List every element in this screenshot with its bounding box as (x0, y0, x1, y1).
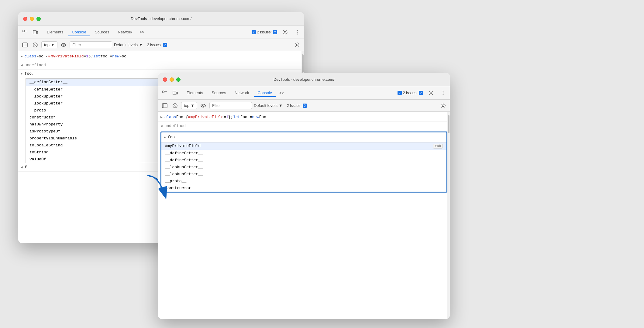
settings-icon-2[interactable] (427, 89, 435, 97)
console-area-2: ▶ class Foo { #myPrivateField = 1 }; let… (158, 112, 450, 319)
svg-rect-2 (33, 30, 36, 34)
toolbar-1: top ▼ Default levels ▼ 2 Issues: 2 (18, 39, 304, 51)
maximize-button-2[interactable] (176, 77, 181, 82)
clear-icon-2[interactable] (171, 101, 179, 110)
autocomplete-item-2-4[interactable]: __lookupGetter__ (161, 164, 446, 171)
device-tool-1[interactable] (31, 28, 40, 36)
more-menu-icon-1[interactable] (293, 28, 301, 36)
autocomplete-item-2-3[interactable]: __defineSetter__ (161, 157, 446, 164)
svg-point-13 (296, 44, 298, 46)
console-content-2: ▶ class Foo { #myPrivateField = 1 }; let… (158, 112, 450, 319)
console-settings-2[interactable] (439, 101, 447, 110)
issues-label-2: 2 Issues: (403, 91, 418, 95)
devtools-window-2: DevTools - developer.chrome.com/ (158, 73, 450, 319)
more-tabs-1[interactable]: >> (137, 28, 146, 36)
autocomplete-2: #myPrivateField tab __defineGetter__ __d… (161, 142, 446, 192)
issues-icon-2: 2 (398, 91, 402, 95)
svg-point-21 (443, 92, 444, 93)
more-menu-icon-2[interactable] (439, 89, 447, 97)
filter-input-2[interactable] (209, 102, 252, 109)
tab-elements-2[interactable]: Elements (183, 89, 207, 97)
toolbar-issues-label-2: 2 Issues: (287, 104, 301, 108)
default-levels-1[interactable]: Default levels ▼ (114, 43, 143, 47)
tab-console-2[interactable]: Console (254, 89, 276, 97)
window-title-1: DevTools - developer.chrome.com/ (131, 16, 191, 21)
svg-point-19 (430, 92, 432, 94)
inspector-tool-2[interactable] (160, 89, 169, 97)
toolbar-issues-1[interactable]: 2 Issues: 2 (147, 43, 168, 47)
tab-hint-2: tab (433, 144, 443, 149)
svg-point-28 (442, 105, 444, 107)
svg-rect-15 (163, 91, 164, 93)
svg-rect-17 (173, 91, 176, 95)
tab-bar-1: Elements Console Sources Network >> 2 2 … (18, 26, 304, 39)
tab-bar-right-2: 2 2 Issues: 2 (398, 89, 447, 97)
title-bar-1: DevTools - developer.chrome.com/ (18, 12, 304, 26)
minimize-button-2[interactable] (170, 77, 174, 82)
devtools-tools-2 (160, 89, 179, 97)
svg-rect-0 (23, 30, 25, 32)
issues-count-1: 2 (273, 30, 277, 34)
tab-sources-1[interactable]: Sources (91, 28, 113, 36)
toolbar-issues-2[interactable]: 2 Issues: 2 (287, 104, 307, 108)
toolbar-issues-label-1: 2 Issues: (147, 43, 162, 47)
close-button-1[interactable] (23, 17, 27, 21)
top-label-2: top (184, 103, 189, 108)
device-tool-2[interactable] (171, 89, 179, 97)
arrow-right-1: ▶ (21, 54, 23, 59)
top-label-1: top (44, 43, 50, 47)
tab-sources-2[interactable]: Sources (208, 89, 230, 97)
tab-network-1[interactable]: Network (114, 28, 136, 36)
tab-bar-right-1: 2 2 Issues: 2 (252, 28, 301, 36)
toolbar-2: top ▼ Default levels ▼ 2 Issues: 2 (158, 100, 450, 112)
window-title-2: DevTools - developer.chrome.com/ (274, 77, 334, 82)
toolbar-badge-2: 2 (303, 104, 307, 108)
console-line-2-1: ▶ class Foo { #myPrivateField = 1 }; let… (158, 113, 450, 122)
sidebar-toggle-2[interactable] (160, 101, 169, 110)
eye-icon-2[interactable] (199, 101, 208, 110)
autocomplete-item-2-7[interactable]: constructor (161, 185, 446, 192)
issues-icon-1: 2 (252, 30, 256, 34)
svg-point-12 (63, 44, 64, 46)
inspector-tool-1[interactable] (21, 28, 29, 36)
clear-icon-1[interactable] (31, 41, 40, 49)
console-settings-1[interactable] (293, 41, 301, 49)
more-tabs-2[interactable]: >> (277, 89, 286, 97)
issues-badge-1[interactable]: 2 2 Issues: 2 (252, 30, 277, 34)
svg-rect-3 (36, 31, 38, 33)
issues-badge-2[interactable]: 2 2 Issues: 2 (398, 91, 423, 95)
minimize-button-1[interactable] (30, 17, 34, 21)
default-levels-2[interactable]: Default levels ▼ (254, 103, 283, 108)
autocomplete-item-2-5[interactable]: __lookupSetter__ (161, 171, 446, 178)
svg-point-7 (297, 33, 298, 34)
scroll-thumb-1 (302, 54, 304, 73)
svg-rect-8 (22, 43, 27, 47)
highlighted-input-area-2: ▶ foo. #myPrivateField tab __defineGette… (160, 132, 447, 193)
svg-point-22 (443, 94, 444, 95)
top-selector-1[interactable]: top ▼ (41, 41, 57, 48)
autocomplete-item-2-6[interactable]: __proto__ (161, 178, 446, 185)
traffic-lights-2 (163, 77, 181, 82)
tab-elements-1[interactable]: Elements (43, 28, 67, 36)
sidebar-toggle-1[interactable] (21, 41, 29, 49)
maximize-button-1[interactable] (36, 17, 41, 21)
scrollbar-2[interactable] (447, 112, 450, 319)
tab-console-1[interactable]: Console (68, 28, 90, 36)
svg-point-20 (443, 91, 444, 91)
traffic-lights-1 (23, 17, 41, 21)
toolbar-badge-1: 2 (163, 43, 167, 47)
autocomplete-item-selected-2[interactable]: #myPrivateField tab (161, 142, 446, 150)
console-line-2-2: ◀ undefined (158, 122, 450, 131)
filter-input-1[interactable] (70, 41, 112, 48)
svg-line-26 (174, 104, 176, 107)
close-button-2[interactable] (163, 77, 167, 82)
top-selector-2[interactable]: top ▼ (181, 102, 197, 109)
autocomplete-item-2-2[interactable]: __defineGetter__ (161, 150, 446, 157)
svg-line-11 (34, 44, 36, 46)
eye-icon-1[interactable] (59, 41, 68, 49)
console-line-2-3: ▶ foo. (161, 132, 446, 142)
scroll-thumb-2 (448, 115, 449, 133)
tab-network-2[interactable]: Network (231, 89, 253, 97)
svg-point-4 (284, 31, 286, 33)
settings-icon-1[interactable] (281, 28, 289, 36)
